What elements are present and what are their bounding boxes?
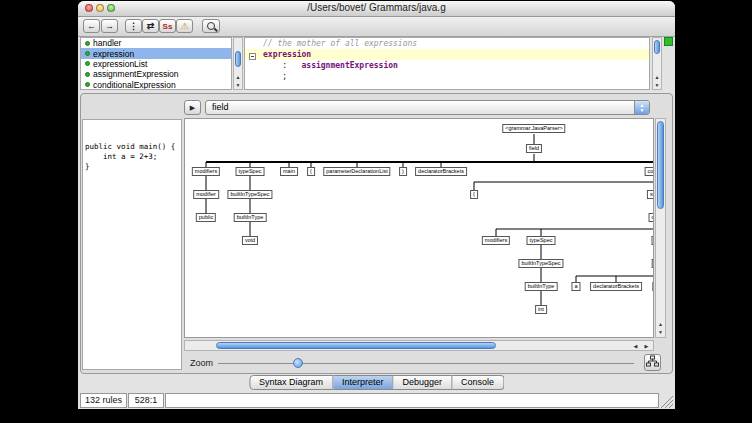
- tree-node[interactable]: declaration: [649, 213, 654, 222]
- grammar-line: // the mother of all expressions: [245, 38, 649, 49]
- zoom-slider[interactable]: [218, 357, 634, 370]
- desktop: /Users/bovet/ Grammars/java.g ← → ⋮ ⇄ Ss…: [0, 0, 752, 423]
- input-line: int a = 2+3;: [85, 152, 181, 162]
- scroll-down-icon[interactable]: ▼: [234, 81, 242, 89]
- caret-position-badge: 528:1: [128, 393, 164, 408]
- tab-console[interactable]: Console: [452, 375, 504, 390]
- toggle-view-button[interactable]: ⇄: [142, 19, 159, 33]
- rule-label: expression: [93, 49, 134, 59]
- start-rule-combo[interactable]: field ▲ ▼: [205, 100, 650, 115]
- rule-item[interactable]: conditionalExpression: [81, 80, 231, 90]
- parse-tree-canvas[interactable]: <grammar.JavaParser>fieldmodifierstypeSp…: [184, 118, 654, 338]
- rules-list-button[interactable]: ⋮: [125, 19, 142, 33]
- tree-node[interactable]: variableDefinitions: [652, 236, 654, 245]
- tree-node[interactable]: a: [571, 282, 580, 291]
- tree-node[interactable]: modifiers: [482, 236, 510, 245]
- tab-debugger[interactable]: Debugger: [394, 375, 453, 390]
- code-segment: ;: [263, 72, 287, 81]
- scroll-down-icon[interactable]: ▼: [653, 81, 661, 89]
- start-rule-value: field: [212, 102, 229, 112]
- tree-node[interactable]: modifiers: [192, 167, 220, 176]
- input-line: }: [85, 162, 181, 172]
- rule-item[interactable]: assignmentExpression: [81, 69, 231, 79]
- grammar-line: : assignmentExpression: [245, 60, 649, 71]
- grammar-editor[interactable]: // the mother of all expressionsexpressi…: [244, 37, 650, 90]
- rules-scrollbar-thumb[interactable]: [235, 51, 241, 67]
- tree-node[interactable]: builtInType: [234, 213, 267, 222]
- scroll-left-icon[interactable]: ◀: [630, 342, 641, 350]
- back-button[interactable]: ←: [83, 19, 100, 33]
- editor-scrollbar-thumb[interactable]: [654, 40, 660, 54]
- tree-node[interactable]: <grammar.JavaParser>: [502, 124, 565, 133]
- tab-interpreter[interactable]: Interpreter: [333, 375, 394, 390]
- tree-node[interactable]: (: [307, 167, 315, 176]
- tree-horizontal-scrollbar[interactable]: ◀ ▶: [184, 340, 654, 351]
- tree-node[interactable]: typeSpec: [236, 167, 265, 176]
- rule-label: conditionalExpression: [93, 80, 176, 90]
- tree-node[interactable]: ): [399, 167, 407, 176]
- tree-node[interactable]: builtInType: [525, 282, 558, 291]
- rule-item[interactable]: expression: [81, 48, 231, 58]
- warnings-button[interactable]: ⚠: [176, 19, 193, 33]
- scroll-up-icon[interactable]: ▲: [653, 73, 661, 81]
- tree-node[interactable]: public: [196, 213, 216, 222]
- tree-vscroll-thumb[interactable]: [657, 121, 664, 209]
- minimize-button[interactable]: [96, 4, 104, 12]
- fold-icon[interactable]: [249, 53, 256, 60]
- forward-button[interactable]: →: [101, 19, 118, 33]
- tab-syntax-diagram[interactable]: Syntax Diagram: [249, 375, 333, 390]
- combo-arrows-icon: ▲ ▼: [634, 101, 649, 114]
- rule-bullet-icon: [85, 61, 90, 66]
- find-button[interactable]: [202, 19, 220, 33]
- tree-node[interactable]: builtInTypeSpec: [227, 190, 272, 199]
- resize-grip-icon: [661, 396, 674, 409]
- zoom-slider-thumb[interactable]: [293, 358, 303, 368]
- run-button[interactable]: ▶: [184, 100, 201, 115]
- tree-node[interactable]: statement: [647, 190, 654, 199]
- tree-vertical-scrollbar[interactable]: ▲ ▼: [655, 118, 666, 338]
- scroll-up-icon[interactable]: ▲: [656, 320, 665, 328]
- tree-node[interactable]: builtInTypeSpec: [518, 259, 563, 268]
- tree-node[interactable]: {: [470, 190, 478, 199]
- tree-view-button[interactable]: [644, 354, 661, 371]
- close-button[interactable]: [85, 4, 93, 12]
- rule-bullet-icon: [85, 51, 90, 56]
- tree-node[interactable]: field: [526, 144, 542, 153]
- code-segment: :: [263, 61, 302, 70]
- case-button[interactable]: Ss: [159, 19, 176, 33]
- scroll-down-icon[interactable]: ▼: [656, 328, 665, 336]
- code-segment: // the mother of all expressions: [263, 39, 417, 48]
- tree-edges: [185, 119, 654, 338]
- tree-hscroll-thumb[interactable]: [216, 342, 496, 349]
- titlebar[interactable]: /Users/bovet/ Grammars/java.g: [78, 1, 675, 17]
- input-lines: public void main() { int a = 2+3;}: [85, 142, 181, 172]
- tree-node[interactable]: declaratorBrackets: [590, 282, 642, 291]
- tree-node[interactable]: variableDeclarator: [652, 259, 654, 268]
- play-icon: ▶: [190, 104, 195, 111]
- editor-scrollbar[interactable]: ▲ ▼: [652, 37, 662, 90]
- status-message-area: [165, 393, 659, 408]
- tree-node[interactable]: void: [242, 236, 258, 245]
- tree-node[interactable]: parameterDeclarationList: [323, 167, 390, 176]
- tree-node[interactable]: compoundStatement: [645, 167, 654, 176]
- tabs: Syntax DiagramInterpreterDebuggerConsole: [249, 375, 504, 390]
- rule-item[interactable]: handler: [81, 38, 231, 48]
- rule-item[interactable]: expressionList: [81, 59, 231, 69]
- scroll-up-icon[interactable]: ▲: [234, 73, 242, 81]
- tree-node[interactable]: modifier: [193, 190, 219, 199]
- tree-node[interactable]: varInitializer: [652, 282, 654, 291]
- grammar-line: expression: [245, 49, 649, 60]
- input-line: public void main() {: [85, 142, 181, 152]
- tree-node[interactable]: typeSpec: [527, 236, 556, 245]
- tree-node[interactable]: int: [535, 305, 547, 314]
- scroll-right-icon[interactable]: ▶: [641, 342, 652, 350]
- rules-count-badge: 132 rules: [80, 393, 127, 408]
- rules-scrollbar[interactable]: ▲ ▼: [233, 37, 243, 90]
- rule-bullet-icon: [85, 41, 90, 46]
- tree-node[interactable]: declaratorBrackets: [415, 167, 467, 176]
- tree-node[interactable]: main: [280, 167, 298, 176]
- resize-grip[interactable]: [661, 395, 674, 408]
- input-editor[interactable]: public void main() { int a = 2+3;}: [82, 119, 182, 370]
- zoom-button[interactable]: [107, 4, 115, 12]
- zoom-label: Zoom: [190, 358, 213, 368]
